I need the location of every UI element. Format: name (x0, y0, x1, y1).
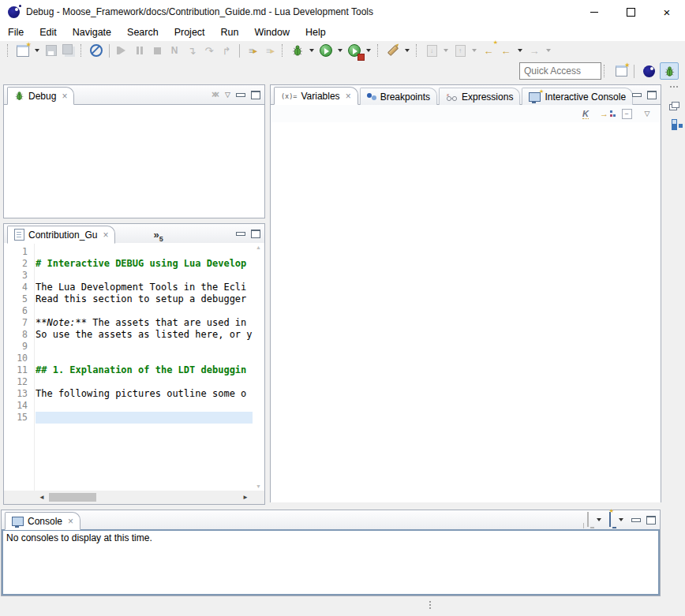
editor-line[interactable]: 5Read this section to setup a debugger (4, 293, 253, 305)
tab-contribution-guide[interactable]: Contribution_Gu × (7, 226, 115, 244)
menu-navigate[interactable]: Navigate (65, 25, 119, 39)
quick-access-input[interactable] (519, 62, 601, 80)
editor-lines[interactable]: 12# Interactive DEBUG using Lua Develop3… (4, 243, 253, 491)
back-dropdown[interactable] (518, 49, 522, 52)
editor-line[interactable]: 10 (4, 353, 253, 364)
maximize-view-icon[interactable] (646, 516, 656, 525)
maximize-window-button[interactable] (612, 0, 649, 24)
display-console-dropdown[interactable] (597, 518, 601, 521)
debug-launch-dropdown[interactable] (309, 49, 314, 52)
scrollbar-thumb[interactable] (49, 493, 96, 502)
menu-file[interactable]: File (0, 25, 32, 39)
scroll-up-icon[interactable]: ▲ (256, 245, 261, 250)
tab-variables[interactable]: (x)= Variables × (274, 87, 358, 105)
menu-search[interactable]: Search (119, 25, 167, 39)
minimize-view-icon[interactable] (631, 518, 641, 522)
minimize-view-icon[interactable] (236, 232, 245, 236)
minimize-view-icon[interactable] (632, 93, 642, 97)
editor-line[interactable]: 8So use the assets as listed here, or y (4, 329, 253, 341)
debug-launch-button[interactable] (290, 43, 305, 58)
skip-all-breakpoints-button[interactable] (88, 43, 104, 58)
restore-views-button[interactable] (668, 99, 680, 113)
editor-line[interactable]: 7**Note:** The assets that are used in (4, 317, 253, 329)
scroll-right-icon[interactable]: ► (242, 494, 249, 501)
run-without-debug-dropdown[interactable] (366, 49, 371, 52)
editor-horizontal-scrollbar[interactable]: ◄ ► (4, 491, 264, 504)
menu-edit[interactable]: Edit (32, 25, 65, 39)
last-edit-location-button[interactable]: ← (481, 43, 496, 58)
maximize-view-icon[interactable] (647, 91, 657, 99)
interactive-console-icon: ★ (529, 92, 541, 102)
variables-body[interactable] (271, 122, 661, 502)
editor-line[interactable]: 15 (4, 412, 253, 424)
menu-window[interactable]: Window (247, 25, 298, 39)
debug-perspective-button[interactable] (660, 62, 679, 80)
scroll-left-icon[interactable]: ◄ (39, 494, 45, 501)
new-wizard-button[interactable] (15, 43, 31, 58)
lua-perspective-button[interactable] (639, 62, 658, 80)
line-number: 10 (4, 353, 36, 364)
variables-view-menu-button[interactable]: ▽ (640, 106, 654, 121)
back-button[interactable]: ← (498, 43, 514, 58)
external-tools-button[interactable] (385, 43, 401, 58)
lua-perspective-icon (643, 65, 655, 77)
editor-line[interactable]: 2# Interactive DEBUG using Lua Develop (4, 258, 253, 270)
maximize-icon (627, 8, 635, 17)
editor-line[interactable]: 9 (4, 341, 253, 353)
console-body[interactable]: No consoles to display at this time. (2, 529, 660, 595)
outline-view-button[interactable] (668, 114, 680, 129)
close-tab-icon[interactable]: × (346, 91, 351, 102)
toolbar-grip (282, 44, 286, 57)
editor-line[interactable]: 1 (4, 246, 253, 258)
run-launch-dropdown[interactable] (338, 49, 342, 52)
tab-interactive-console[interactable]: ★ Interactive Console (522, 88, 633, 105)
open-perspective-button[interactable] (612, 62, 631, 80)
menu-project[interactable]: Project (167, 25, 213, 39)
close-tab-icon[interactable]: × (62, 91, 67, 102)
tab-console[interactable]: Console × (5, 512, 80, 530)
scroll-down-icon[interactable]: ▼ (256, 483, 261, 489)
variables-tab-label: Variables (301, 91, 339, 102)
strip-drag-handle[interactable] (670, 86, 678, 94)
editor-line[interactable]: 3 (4, 270, 253, 282)
editor-line[interactable]: 4The Lua Development Tools in the Ecli (4, 282, 253, 293)
editor-line[interactable]: 14 (4, 400, 253, 412)
editor-line[interactable]: 12 (4, 376, 253, 388)
line-number: 14 (4, 400, 36, 412)
collapse-all-button[interactable]: − (619, 106, 634, 121)
view-menu-icon[interactable]: ▽ (225, 91, 230, 99)
tab-debug[interactable]: Debug × (7, 87, 74, 105)
display-selected-console-button[interactable] (587, 513, 589, 527)
maximize-view-icon[interactable] (251, 91, 260, 99)
status-drag-handle[interactable] (429, 601, 431, 603)
run-launch-button[interactable] (318, 43, 334, 58)
open-console-dropdown[interactable] (619, 518, 623, 521)
maximize-view-icon[interactable] (251, 230, 260, 238)
open-console-button[interactable]: ★ (609, 513, 611, 527)
tab-expressions[interactable]: x Expressions (439, 88, 520, 105)
toolbar-grip (377, 44, 381, 57)
show-logical-structures-button[interactable]: → (599, 106, 613, 121)
editor-vertical-scrollbar[interactable]: ▲ ▼ (253, 243, 264, 491)
forward-dropdown (546, 49, 551, 52)
close-tab-icon[interactable]: × (103, 230, 108, 241)
minimize-view-icon[interactable] (236, 93, 245, 97)
open-console-icon: ★ (609, 512, 611, 527)
close-window-button[interactable]: × (649, 0, 685, 24)
use-step-filters-button[interactable]: ≡▸ (245, 43, 260, 58)
minimize-window-button[interactable] (576, 0, 612, 24)
editor-line[interactable]: 11## 1. Explanation of the LDT debuggin (4, 364, 253, 376)
external-tools-dropdown[interactable] (405, 49, 410, 52)
show-type-names-button[interactable]: K (578, 106, 593, 121)
menu-help[interactable]: Help (298, 25, 334, 39)
hidden-editors-chevron[interactable]: »5 (153, 229, 163, 243)
tab-breakpoints[interactable]: Breakpoints (360, 88, 437, 105)
editor-line[interactable]: 6 (4, 305, 253, 317)
run-without-debug-button[interactable] (346, 43, 362, 58)
menu-run[interactable]: Run (213, 25, 247, 39)
close-tab-icon[interactable]: × (68, 516, 73, 527)
debug-view-body[interactable] (4, 105, 264, 218)
collapse-all-icon: − (622, 109, 632, 119)
editor-line[interactable]: 13The following pictures outline some o (4, 388, 253, 400)
new-wizard-dropdown[interactable] (35, 49, 39, 52)
